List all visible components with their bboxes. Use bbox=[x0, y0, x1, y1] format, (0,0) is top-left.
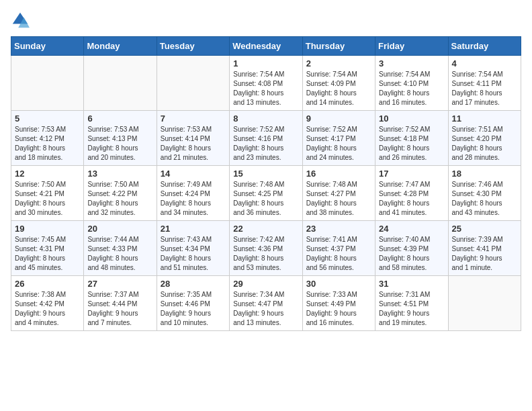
calendar-week-row: 1Sunrise: 7:54 AM Sunset: 4:08 PM Daylig… bbox=[11, 56, 521, 111]
day-number: 20 bbox=[87, 224, 152, 234]
day-info: Sunrise: 7:33 AM Sunset: 4:49 PM Dayligh… bbox=[306, 290, 371, 328]
day-info: Sunrise: 7:53 AM Sunset: 4:14 PM Dayligh… bbox=[161, 125, 226, 163]
day-number: 29 bbox=[233, 279, 298, 289]
day-number: 12 bbox=[15, 169, 80, 179]
day-info: Sunrise: 7:51 AM Sunset: 4:20 PM Dayligh… bbox=[452, 125, 517, 163]
day-info: Sunrise: 7:31 AM Sunset: 4:51 PM Dayligh… bbox=[379, 290, 444, 328]
day-info: Sunrise: 7:48 AM Sunset: 4:25 PM Dayligh… bbox=[233, 180, 298, 218]
day-number: 24 bbox=[379, 224, 444, 234]
day-info: Sunrise: 7:54 AM Sunset: 4:10 PM Dayligh… bbox=[379, 70, 444, 107]
day-info: Sunrise: 7:45 AM Sunset: 4:31 PM Dayligh… bbox=[15, 235, 80, 273]
calendar-cell bbox=[157, 56, 229, 111]
calendar-cell: 10Sunrise: 7:52 AM Sunset: 4:18 PM Dayli… bbox=[375, 111, 448, 166]
day-number: 14 bbox=[161, 169, 226, 179]
day-info: Sunrise: 7:54 AM Sunset: 4:11 PM Dayligh… bbox=[452, 70, 517, 107]
calendar-week-row: 19Sunrise: 7:45 AM Sunset: 4:31 PM Dayli… bbox=[11, 221, 521, 276]
day-info: Sunrise: 7:34 AM Sunset: 4:47 PM Dayligh… bbox=[233, 290, 298, 328]
calendar-cell: 23Sunrise: 7:41 AM Sunset: 4:37 PM Dayli… bbox=[302, 221, 375, 276]
calendar-cell: 16Sunrise: 7:48 AM Sunset: 4:27 PM Dayli… bbox=[302, 166, 375, 221]
day-info: Sunrise: 7:53 AM Sunset: 4:12 PM Dayligh… bbox=[15, 125, 80, 163]
day-info: Sunrise: 7:39 AM Sunset: 4:41 PM Dayligh… bbox=[452, 235, 517, 273]
calendar-cell: 31Sunrise: 7:31 AM Sunset: 4:51 PM Dayli… bbox=[375, 276, 448, 331]
day-number: 25 bbox=[452, 224, 517, 234]
calendar-cell: 21Sunrise: 7:43 AM Sunset: 4:34 PM Dayli… bbox=[157, 221, 229, 276]
calendar-cell: 29Sunrise: 7:34 AM Sunset: 4:47 PM Dayli… bbox=[230, 276, 302, 331]
day-number: 9 bbox=[306, 113, 371, 124]
day-info: Sunrise: 7:35 AM Sunset: 4:46 PM Dayligh… bbox=[161, 290, 226, 328]
calendar-cell bbox=[448, 276, 521, 331]
calendar-cell: 6Sunrise: 7:53 AM Sunset: 4:13 PM Daylig… bbox=[84, 111, 157, 166]
calendar-week-row: 5Sunrise: 7:53 AM Sunset: 4:12 PM Daylig… bbox=[11, 111, 521, 166]
day-number: 23 bbox=[306, 224, 371, 234]
weekday-header: Saturday bbox=[448, 37, 521, 56]
calendar-cell: 5Sunrise: 7:53 AM Sunset: 4:12 PM Daylig… bbox=[11, 111, 84, 166]
day-info: Sunrise: 7:50 AM Sunset: 4:21 PM Dayligh… bbox=[15, 180, 80, 218]
day-info: Sunrise: 7:54 AM Sunset: 4:09 PM Dayligh… bbox=[306, 70, 371, 107]
weekday-header: Sunday bbox=[11, 37, 84, 56]
calendar-cell: 28Sunrise: 7:35 AM Sunset: 4:46 PM Dayli… bbox=[157, 276, 229, 331]
day-info: Sunrise: 7:49 AM Sunset: 4:24 PM Dayligh… bbox=[161, 180, 226, 218]
calendar-cell: 3Sunrise: 7:54 AM Sunset: 4:10 PM Daylig… bbox=[375, 56, 448, 111]
calendar-cell: 25Sunrise: 7:39 AM Sunset: 4:41 PM Dayli… bbox=[448, 221, 521, 276]
weekday-header: Tuesday bbox=[157, 37, 229, 56]
day-number: 2 bbox=[306, 58, 371, 68]
day-number: 28 bbox=[161, 279, 226, 289]
day-info: Sunrise: 7:52 AM Sunset: 4:16 PM Dayligh… bbox=[233, 125, 298, 163]
calendar-cell: 19Sunrise: 7:45 AM Sunset: 4:31 PM Dayli… bbox=[11, 221, 84, 276]
logo bbox=[11, 11, 32, 30]
day-number: 22 bbox=[233, 224, 298, 234]
day-number: 27 bbox=[87, 279, 152, 289]
day-number: 7 bbox=[161, 113, 226, 124]
day-info: Sunrise: 7:48 AM Sunset: 4:27 PM Dayligh… bbox=[306, 180, 371, 218]
day-number: 13 bbox=[87, 169, 152, 179]
day-info: Sunrise: 7:46 AM Sunset: 4:30 PM Dayligh… bbox=[452, 180, 517, 218]
day-number: 1 bbox=[233, 58, 298, 68]
weekday-header: Friday bbox=[375, 37, 448, 56]
calendar-table: SundayMondayTuesdayWednesdayThursdayFrid… bbox=[11, 36, 521, 331]
day-number: 30 bbox=[306, 279, 371, 289]
calendar-cell: 9Sunrise: 7:52 AM Sunset: 4:17 PM Daylig… bbox=[302, 111, 375, 166]
day-info: Sunrise: 7:37 AM Sunset: 4:44 PM Dayligh… bbox=[87, 290, 152, 328]
day-info: Sunrise: 7:42 AM Sunset: 4:36 PM Dayligh… bbox=[233, 235, 298, 273]
day-info: Sunrise: 7:52 AM Sunset: 4:17 PM Dayligh… bbox=[306, 125, 371, 163]
day-number: 16 bbox=[306, 169, 371, 179]
weekday-header: Monday bbox=[84, 37, 157, 56]
day-number: 6 bbox=[87, 113, 152, 124]
calendar-cell: 22Sunrise: 7:42 AM Sunset: 4:36 PM Dayli… bbox=[230, 221, 302, 276]
calendar-cell: 20Sunrise: 7:44 AM Sunset: 4:33 PM Dayli… bbox=[84, 221, 157, 276]
calendar-cell: 14Sunrise: 7:49 AM Sunset: 4:24 PM Dayli… bbox=[157, 166, 229, 221]
day-info: Sunrise: 7:47 AM Sunset: 4:28 PM Dayligh… bbox=[379, 180, 444, 218]
day-number: 4 bbox=[452, 58, 517, 68]
calendar-cell: 24Sunrise: 7:40 AM Sunset: 4:39 PM Dayli… bbox=[375, 221, 448, 276]
day-info: Sunrise: 7:41 AM Sunset: 4:37 PM Dayligh… bbox=[306, 235, 371, 273]
day-number: 18 bbox=[452, 169, 517, 179]
day-number: 21 bbox=[161, 224, 226, 234]
calendar-cell: 17Sunrise: 7:47 AM Sunset: 4:28 PM Dayli… bbox=[375, 166, 448, 221]
day-number: 3 bbox=[379, 58, 444, 68]
day-info: Sunrise: 7:40 AM Sunset: 4:39 PM Dayligh… bbox=[379, 235, 444, 273]
day-info: Sunrise: 7:50 AM Sunset: 4:22 PM Dayligh… bbox=[87, 180, 152, 218]
calendar-header-row: SundayMondayTuesdayWednesdayThursdayFrid… bbox=[11, 37, 521, 56]
day-number: 17 bbox=[379, 169, 444, 179]
day-number: 5 bbox=[15, 113, 80, 124]
calendar-cell: 30Sunrise: 7:33 AM Sunset: 4:49 PM Dayli… bbox=[302, 276, 375, 331]
page-header bbox=[11, 11, 521, 30]
calendar-cell: 7Sunrise: 7:53 AM Sunset: 4:14 PM Daylig… bbox=[157, 111, 229, 166]
day-info: Sunrise: 7:44 AM Sunset: 4:33 PM Dayligh… bbox=[87, 235, 152, 273]
calendar-cell: 1Sunrise: 7:54 AM Sunset: 4:08 PM Daylig… bbox=[230, 56, 302, 111]
calendar-cell: 13Sunrise: 7:50 AM Sunset: 4:22 PM Dayli… bbox=[84, 166, 157, 221]
day-number: 31 bbox=[379, 279, 444, 289]
calendar-cell: 11Sunrise: 7:51 AM Sunset: 4:20 PM Dayli… bbox=[448, 111, 521, 166]
day-number: 11 bbox=[452, 113, 517, 124]
calendar-cell bbox=[11, 56, 84, 111]
logo-icon bbox=[11, 11, 30, 30]
day-number: 15 bbox=[233, 169, 298, 179]
day-info: Sunrise: 7:43 AM Sunset: 4:34 PM Dayligh… bbox=[161, 235, 226, 273]
calendar-week-row: 26Sunrise: 7:38 AM Sunset: 4:42 PM Dayli… bbox=[11, 276, 521, 331]
calendar-cell bbox=[84, 56, 157, 111]
day-info: Sunrise: 7:53 AM Sunset: 4:13 PM Dayligh… bbox=[87, 125, 152, 163]
calendar-cell: 4Sunrise: 7:54 AM Sunset: 4:11 PM Daylig… bbox=[448, 56, 521, 111]
weekday-header: Thursday bbox=[302, 37, 375, 56]
calendar-week-row: 12Sunrise: 7:50 AM Sunset: 4:21 PM Dayli… bbox=[11, 166, 521, 221]
day-number: 19 bbox=[15, 224, 80, 234]
